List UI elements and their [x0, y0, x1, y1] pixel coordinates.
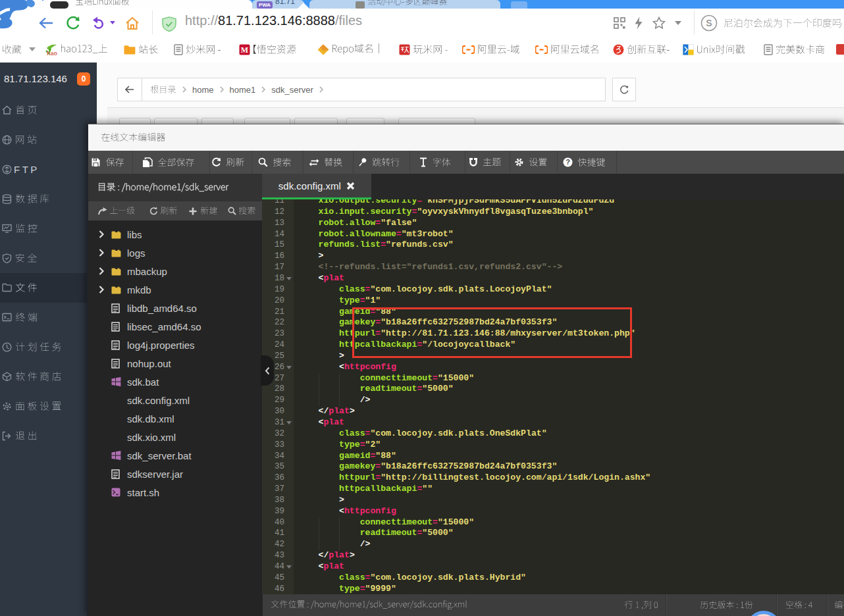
- svg-text:S: S: [706, 18, 712, 28]
- svg-text:M: M: [241, 45, 248, 55]
- svg-text:hao: hao: [47, 50, 58, 56]
- svg-text:?: ?: [566, 158, 570, 166]
